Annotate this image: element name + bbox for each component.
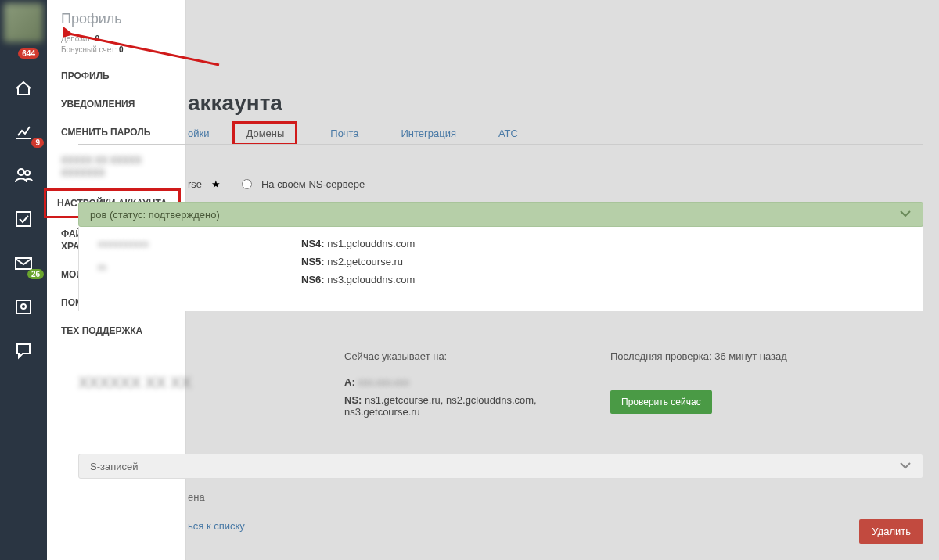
- menu-notifications[interactable]: УВЕДОМЛЕНИЯ: [47, 90, 185, 118]
- profile-meta: Депозит: 0 Бонусный счет: 0: [61, 34, 171, 56]
- menu-profile[interactable]: ПРОФИЛЬ: [47, 62, 185, 90]
- nav-safe[interactable]: [0, 285, 47, 328]
- vertical-sidebar: 644 9 26: [0, 0, 47, 560]
- badge-mail: 26: [27, 269, 44, 279]
- domain-blurred: XXXXXX XX XX: [78, 374, 344, 392]
- users-icon: [13, 165, 34, 185]
- nav-users[interactable]: [0, 153, 47, 197]
- tab-ats[interactable]: АТС: [489, 123, 527, 144]
- badge-count: 644: [18, 48, 39, 59]
- nav-chat[interactable]: [0, 328, 47, 372]
- chevron-down-icon: [899, 459, 912, 474]
- dns-records-bar[interactable]: S-записей: [78, 454, 923, 479]
- page-title: аккаунта: [188, 91, 282, 116]
- menu-change-password[interactable]: СМЕНИТЬ ПАРОЛЬ: [47, 118, 185, 146]
- radio-own-label: На своём NS-сервере: [261, 178, 365, 190]
- check-now-button[interactable]: Проверить сейчас: [610, 390, 712, 414]
- tab-settings-partial[interactable]: ойки: [188, 127, 209, 139]
- chart-icon: [13, 121, 34, 142]
- ns-records-box: xxxxxxxxxxm NS4: ns1.gclouddns.com NS5: …: [78, 227, 923, 311]
- svg-rect-4: [16, 300, 31, 314]
- chevron-down-icon: [899, 207, 912, 222]
- nav-stats[interactable]: 9: [0, 109, 47, 153]
- menu-blurred[interactable]: XXXXX XX XXXXX XXXXXXX: [47, 146, 185, 187]
- chat-icon: [13, 340, 34, 361]
- ns-mode-radio: rse★ На своём NS-сервере: [188, 178, 365, 190]
- tabs-row: ойки Домены Почта Интеграция АТС: [188, 121, 923, 145]
- a-record-blurred: xxx.xxx.xxx: [358, 376, 409, 388]
- ns-left-blurred: xxxxxxxxxxm: [98, 238, 301, 300]
- tab-mail[interactable]: Почта: [321, 123, 368, 144]
- radio-own-ns[interactable]: [242, 179, 252, 189]
- back-to-list-link[interactable]: ься к списку: [188, 520, 245, 532]
- dns-check-row: XXXXXX XX XX Сейчас указывает на: A: xxx…: [78, 350, 923, 418]
- star-icon: ★: [211, 178, 221, 190]
- ns-record-value: ns1.getcourse.ru, ns2.gclouddns.com, ns3…: [344, 394, 537, 418]
- safe-icon: [13, 296, 34, 317]
- menu-support[interactable]: ТЕХ ПОДДЕРЖКА: [47, 317, 185, 345]
- avatar[interactable]: [4, 3, 43, 42]
- ns-status-text: ров (статус: подтверждено): [90, 209, 220, 221]
- tab-underline: [78, 144, 923, 145]
- svg-point-1: [25, 171, 30, 175]
- tab-domains[interactable]: Домены: [232, 121, 297, 145]
- nav-tasks[interactable]: [0, 197, 47, 241]
- nav-mail[interactable]: 26: [0, 241, 47, 285]
- checkbox-icon: [13, 209, 34, 229]
- profile-title: Профиль: [61, 11, 171, 27]
- badge-stats: 9: [31, 138, 44, 148]
- page-footer: ена ься к списку Удалить: [78, 491, 923, 532]
- svg-point-5: [21, 304, 26, 309]
- nav-home[interactable]: [0, 66, 47, 109]
- svg-rect-2: [16, 212, 31, 226]
- points-to-label: Сейчас указывает на:: [344, 350, 610, 362]
- ns-status-bar[interactable]: ров (статус: подтверждено): [78, 202, 923, 227]
- home-icon: [13, 77, 34, 98]
- tab-integration[interactable]: Интеграция: [391, 123, 466, 144]
- enabled-fragment: ена: [188, 491, 923, 503]
- dns-records-text: S-записей: [90, 461, 138, 472]
- delete-button[interactable]: Удалить: [859, 519, 923, 544]
- last-check-label: Последняя проверка: 36 минут назад: [610, 350, 787, 362]
- radio-label-fragment: rse: [188, 178, 202, 190]
- svg-point-0: [18, 169, 24, 175]
